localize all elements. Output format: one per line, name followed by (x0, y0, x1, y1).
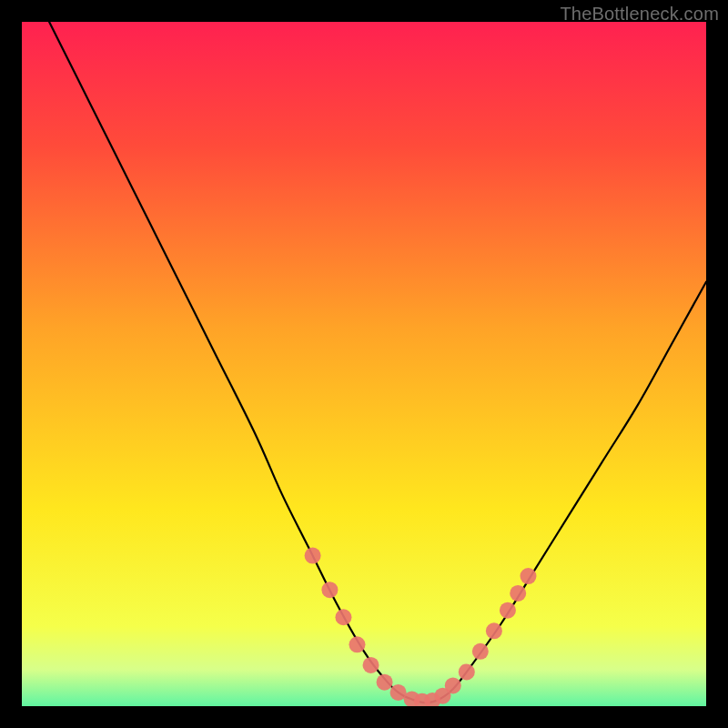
curve-marker (377, 674, 393, 691)
curve-marker (445, 677, 461, 693)
curve-marker (335, 609, 351, 625)
curve-marker (500, 602, 516, 619)
chart-background (0, 0, 728, 728)
chart-container: TheBottleneck.com (0, 0, 728, 728)
curve-marker (321, 581, 338, 598)
curve-marker (363, 657, 379, 673)
curve-marker (349, 636, 365, 652)
curve-marker (459, 663, 475, 680)
curve-marker (305, 548, 321, 564)
curve-marker (486, 622, 502, 639)
watermark-text: TheBottleneck.com (560, 4, 719, 25)
curve-marker (520, 568, 536, 584)
curve-marker (472, 643, 489, 660)
chart-svg (0, 0, 728, 728)
curve-marker (510, 585, 526, 602)
